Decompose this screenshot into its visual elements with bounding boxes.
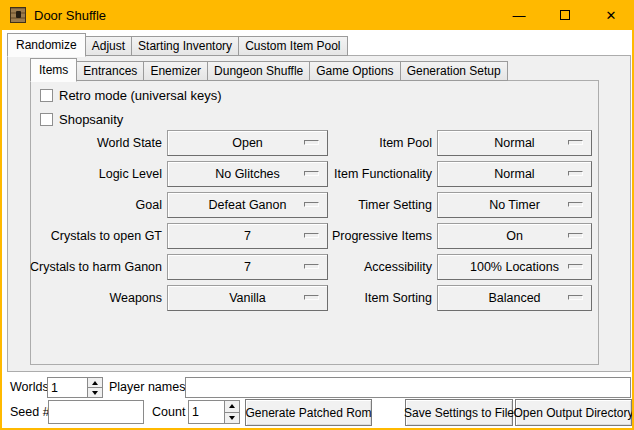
maximize-button[interactable] [542, 0, 588, 30]
timer-setting-dropdown[interactable]: No Timer [437, 192, 592, 218]
tab-generation-setup[interactable]: Generation Setup [400, 61, 508, 81]
crystals-harm-ganon-label: Crystals to harm Ganon [30, 260, 162, 274]
tab-adjust[interactable]: Adjust [85, 36, 132, 56]
close-button[interactable]: ✕ [588, 0, 634, 30]
options-column-right: Item Pool Normal Item Functionality Norm… [302, 130, 592, 316]
world-state-label: World State [30, 136, 162, 150]
crystals-open-gt-label: Crystals to open GT [30, 229, 162, 243]
main-tabstrip: Randomize Adjust Starting Inventory Cust… [7, 33, 347, 56]
randomize-tabstrip: Items Entrances Enemizer Dungeon Shuffle… [30, 58, 507, 81]
dropdown-indicator-icon [568, 295, 583, 300]
tab-custom-item-pool[interactable]: Custom Item Pool [238, 36, 347, 56]
progressive-items-label: Progressive Items [302, 229, 432, 243]
count-spinner[interactable] [188, 400, 240, 424]
open-output-directory-button[interactable]: Open Output Directory [515, 399, 632, 426]
count-label: Count [152, 402, 185, 423]
spin-up-icon[interactable] [88, 378, 102, 388]
shopsanity-checkbox[interactable]: Shopsanity [40, 112, 123, 127]
checkbox-icon[interactable] [40, 89, 53, 102]
player-names-input[interactable] [185, 377, 631, 398]
worlds-spinner[interactable] [47, 377, 103, 398]
item-functionality-label: Item Functionality [302, 167, 432, 181]
tab-dungeon-shuffle[interactable]: Dungeon Shuffle [207, 61, 310, 81]
dropdown-indicator-icon [568, 202, 583, 207]
worlds-spinner-arrows [87, 378, 102, 397]
tab-entrances[interactable]: Entrances [76, 61, 144, 81]
minimize-button[interactable]: — [496, 0, 542, 30]
close-icon: ✕ [606, 8, 617, 23]
tab-items[interactable]: Items [30, 58, 77, 82]
item-sorting-label: Item Sorting [302, 291, 432, 305]
accessibility-dropdown[interactable]: 100% Locations [437, 254, 592, 280]
spin-up-icon[interactable] [225, 401, 239, 413]
logic-level-value: No Glitches [215, 167, 280, 181]
worlds-label: Worlds [10, 377, 49, 398]
seed-label: Seed # [10, 402, 50, 423]
item-pool-label: Item Pool [302, 136, 432, 150]
window-controls: — ✕ [496, 0, 634, 30]
timer-setting-label: Timer Setting [302, 198, 432, 212]
item-pool-dropdown[interactable]: Normal [437, 130, 592, 156]
window-title: Door Shuffle [34, 8, 106, 23]
item-functionality-value: Normal [494, 167, 534, 181]
spin-down-icon[interactable] [88, 388, 102, 397]
player-names-label: Player names [109, 377, 185, 398]
accessibility-label: Accessibility [302, 260, 432, 274]
dropdown-indicator-icon [568, 233, 583, 238]
crystals-harm-ganon-value: 7 [244, 260, 251, 274]
world-state-value: Open [232, 136, 263, 150]
item-sorting-value: Balanced [488, 291, 540, 305]
tab-randomize[interactable]: Randomize [7, 33, 86, 57]
spin-down-icon[interactable] [225, 413, 239, 424]
seed-input[interactable] [48, 400, 144, 424]
tab-game-options[interactable]: Game Options [309, 61, 400, 81]
logic-level-label: Logic Level [30, 167, 162, 181]
item-functionality-dropdown[interactable]: Normal [437, 161, 592, 187]
app-chest-icon [10, 7, 26, 23]
worlds-input[interactable] [48, 378, 87, 397]
goal-value: Defeat Ganon [209, 198, 287, 212]
timer-setting-value: No Timer [489, 198, 540, 212]
dropdown-indicator-icon [568, 171, 583, 176]
accessibility-value: 100% Locations [470, 260, 559, 274]
app-window: Door Shuffle — ✕ Randomize Adjust Starti… [0, 0, 634, 430]
weapons-value: Vanilla [229, 291, 266, 305]
goal-label: Goal [30, 198, 162, 212]
retro-mode-label: Retro mode (universal keys) [59, 88, 222, 103]
weapons-label: Weapons [30, 291, 162, 305]
tab-starting-inventory[interactable]: Starting Inventory [131, 36, 239, 56]
dropdown-indicator-icon [568, 264, 583, 269]
options-column-left: World State Open Logic Level No Glitches… [30, 130, 328, 316]
tab-enemizer[interactable]: Enemizer [143, 61, 208, 81]
minimize-icon: — [513, 8, 526, 23]
checkbox-icon[interactable] [40, 113, 53, 126]
item-sorting-dropdown[interactable]: Balanced [437, 285, 592, 311]
progressive-items-dropdown[interactable]: On [437, 223, 592, 249]
save-settings-button[interactable]: Save Settings to File [405, 399, 513, 426]
retro-mode-checkbox[interactable]: Retro mode (universal keys) [40, 88, 222, 103]
count-spinner-arrows [224, 401, 239, 423]
progressive-items-value: On [506, 229, 523, 243]
maximize-icon [560, 10, 570, 20]
count-input[interactable] [189, 401, 224, 423]
generate-patched-rom-button[interactable]: Generate Patched Rom [245, 399, 372, 426]
crystals-open-gt-value: 7 [244, 229, 251, 243]
dropdown-indicator-icon [568, 140, 583, 145]
item-pool-value: Normal [494, 136, 534, 150]
titlebar: Door Shuffle — ✕ [0, 0, 634, 30]
shopsanity-label: Shopsanity [59, 112, 123, 127]
